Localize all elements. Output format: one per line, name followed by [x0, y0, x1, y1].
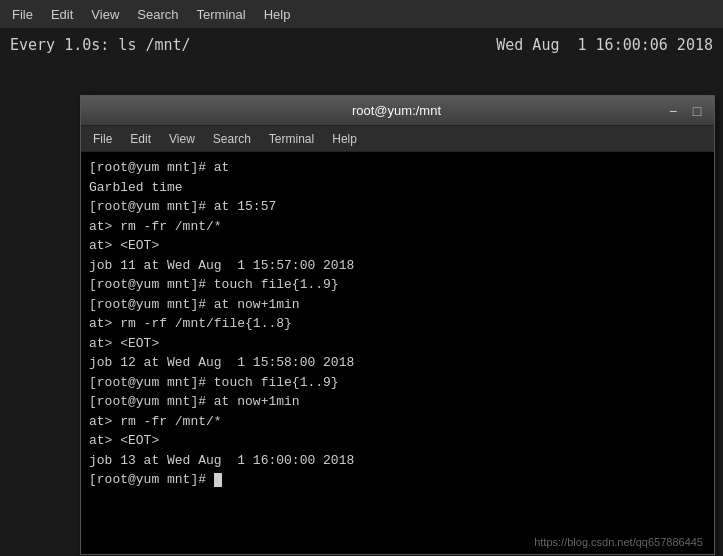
- inner-menu-file[interactable]: File: [85, 130, 120, 148]
- minimize-button[interactable]: −: [664, 103, 682, 119]
- terminal-line: Garbled time: [89, 180, 183, 195]
- outer-menu-edit[interactable]: Edit: [43, 5, 81, 24]
- inner-menu-terminal[interactable]: Terminal: [261, 130, 322, 148]
- window-controls: − □: [664, 103, 706, 119]
- outer-menu-view[interactable]: View: [83, 5, 127, 24]
- inner-menu-view[interactable]: View: [161, 130, 203, 148]
- outer-terminal: File Edit View Search Terminal Help Ever…: [0, 0, 723, 556]
- inner-titlebar: root@yum:/mnt − □: [81, 96, 714, 126]
- terminal-line: [root@yum mnt]# touch file{1..9}: [89, 375, 339, 390]
- terminal-cursor: [214, 473, 222, 487]
- terminal-line: [root@yum mnt]#: [89, 472, 214, 487]
- terminal-line: at> rm -fr /mnt/*: [89, 219, 222, 234]
- terminal-line: [root@yum mnt]# at: [89, 160, 229, 175]
- inner-menu-edit[interactable]: Edit: [122, 130, 159, 148]
- maximize-button[interactable]: □: [688, 103, 706, 119]
- outer-menu-terminal[interactable]: Terminal: [189, 5, 254, 24]
- inner-menu-help[interactable]: Help: [324, 130, 365, 148]
- terminal-line: [root@yum mnt]# touch file{1..9}: [89, 277, 339, 292]
- watermark: https://blog.csdn.net/qq657886445: [534, 536, 703, 548]
- terminal-content[interactable]: [root@yum mnt]# at Garbled time [root@yu…: [81, 152, 714, 554]
- terminal-line: at> <EOT>: [89, 336, 159, 351]
- inner-menubar: File Edit View Search Terminal Help: [81, 126, 714, 152]
- inner-menu-search[interactable]: Search: [205, 130, 259, 148]
- outer-menu-help[interactable]: Help: [256, 5, 299, 24]
- terminal-line: job 12 at Wed Aug 1 15:58:00 2018: [89, 355, 354, 370]
- outer-menubar: File Edit View Search Terminal Help: [0, 0, 723, 28]
- terminal-line: at> rm -rf /mnt/file{1..8}: [89, 316, 292, 331]
- terminal-line: job 13 at Wed Aug 1 16:00:00 2018: [89, 453, 354, 468]
- terminal-line: at> <EOT>: [89, 238, 159, 253]
- terminal-line: job 11 at Wed Aug 1 15:57:00 2018: [89, 258, 354, 273]
- statusbar-right: Wed Aug 1 16:00:06 2018: [496, 36, 713, 54]
- outer-menu-search[interactable]: Search: [129, 5, 186, 24]
- inner-title: root@yum:/mnt: [129, 103, 664, 118]
- terminal-line: [root@yum mnt]# at 15:57: [89, 199, 276, 214]
- inner-terminal: root@yum:/mnt − □ File Edit View Search …: [80, 95, 715, 555]
- terminal-line: [root@yum mnt]# at now+1min: [89, 394, 300, 409]
- outer-menu-file[interactable]: File: [4, 5, 41, 24]
- statusbar-left: Every 1.0s: ls /mnt/: [10, 36, 191, 54]
- terminal-line: at> rm -fr /mnt/*: [89, 414, 222, 429]
- terminal-line: at> <EOT>: [89, 433, 159, 448]
- outer-statusbar: Every 1.0s: ls /mnt/ Wed Aug 1 16:00:06 …: [0, 28, 723, 62]
- terminal-line: [root@yum mnt]# at now+1min: [89, 297, 300, 312]
